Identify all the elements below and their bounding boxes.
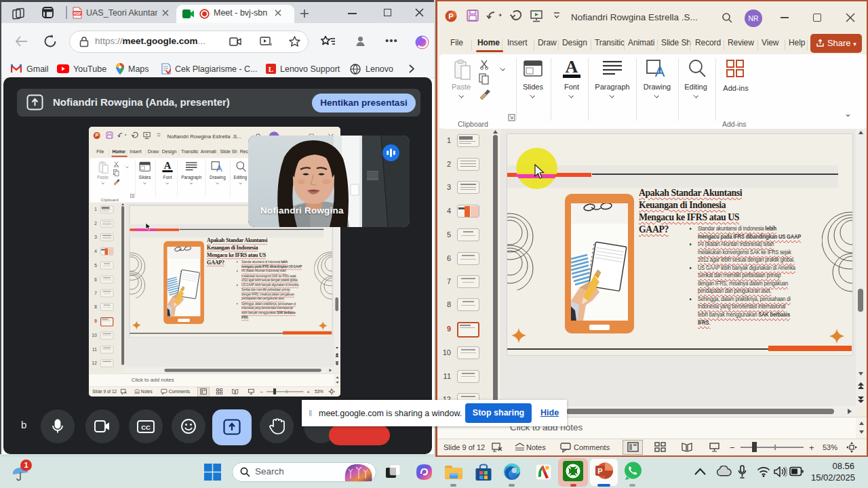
svg-text:A: A	[566, 58, 578, 77]
svg-text:L: L	[269, 65, 273, 73]
svg-text:P: P	[96, 133, 99, 138]
svg-text:PDF: PDF	[74, 12, 82, 16]
svg-text:P: P	[448, 12, 453, 20]
svg-text:P: P	[597, 467, 602, 475]
svg-text:A: A	[216, 163, 222, 173]
svg-text:CC: CC	[141, 424, 151, 431]
svg-text:A: A	[655, 63, 665, 79]
svg-text:A: A	[164, 161, 172, 171]
